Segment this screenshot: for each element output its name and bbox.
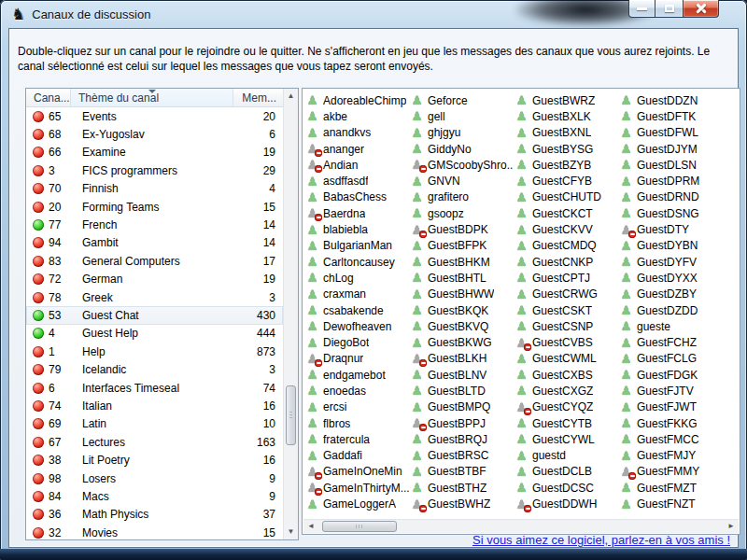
user-item[interactable]: ♟GuestDJYM [620,141,724,157]
user-item[interactable]: ♟GuestBTHZ [411,480,514,496]
user-item[interactable]: ♟gell [411,108,514,124]
user-item[interactable]: ♟grafitero [411,189,514,205]
user-item[interactable]: ♟AdoreableChimp [306,92,410,108]
user-item[interactable]: ♟GuestDFTK [620,108,724,124]
user-item[interactable]: ♟GuestDZDD [620,302,724,318]
user-item[interactable]: ♟GuestBXNL [515,125,619,141]
user-item[interactable]: ♟csabakende [306,302,410,318]
user-item[interactable]: ♟ghjgyu [411,125,514,141]
user-item[interactable]: ♟GuestDCLB [515,464,619,480]
user-item[interactable]: ♟Andian [306,157,410,173]
user-item[interactable]: ♟GameInThirtyM... [306,480,410,496]
user-item[interactable]: ♟Geforce [411,92,514,108]
user-item[interactable]: ♟GiddyNo [411,141,514,157]
user-item[interactable]: ♟GuestBLKH [411,351,514,367]
channel-row[interactable]: 65Events20 [26,107,283,125]
channel-row[interactable]: 38Lit Poetry16 [26,451,283,469]
user-item[interactable]: ♟GuestCVBS [515,334,619,350]
user-item[interactable]: ♟GuestDTY [620,221,724,237]
channel-row[interactable]: 1Help873 [26,343,283,360]
user-item[interactable]: ♟GuestBTBF [411,464,514,480]
user-item[interactable]: ♟GuestFJTV [620,383,724,399]
minimize-button[interactable] [628,0,655,18]
user-item[interactable]: ♟GuestCWML [515,351,619,367]
user-item[interactable]: ♟GuestBXLK [515,108,619,124]
user-item[interactable]: ♟Carltoncausey [306,254,410,270]
channel-row[interactable]: 4Guest Help444 [26,325,283,343]
user-item[interactable]: ♟GuestCNKP [515,254,619,270]
user-item[interactable]: ♟GuestFDGK [620,367,724,383]
user-item[interactable]: ♟GuestBLTD [411,383,514,399]
user-item[interactable]: ♟GuestBLNV [411,367,514,383]
user-item[interactable]: ♟craxman [306,287,410,302]
user-item[interactable]: ♟GuestFJWT [620,399,724,415]
user-item[interactable]: ♟GuestCRWG [515,287,619,302]
user-item[interactable]: ♟flbros [306,415,410,431]
user-item[interactable]: ♟GuestBDPK [411,221,514,237]
user-item[interactable]: ♟GuestCYTB [515,415,619,431]
maximize-button[interactable] [655,0,684,18]
user-item[interactable]: ♟Baerdna [306,205,410,221]
user-item[interactable]: ♟GuestCKVV [515,221,619,237]
channel-row[interactable]: 83General Computers17 [26,252,283,270]
user-item[interactable]: ♟anandkvs [306,125,410,141]
user-item[interactable]: ♟chLog [306,270,410,286]
user-item[interactable]: ♟GuestBMPQ [411,399,514,415]
user-item[interactable]: ♟GuestFKKG [620,415,724,431]
user-item[interactable]: ♟ananger [306,141,410,157]
user-item[interactable]: ♟GuestCFYB [515,173,619,189]
user-item[interactable]: ♟GuestFMJY [620,448,724,464]
user-item[interactable]: ♟Dewofheaven [306,318,410,334]
user-item[interactable]: ♟GuestBRSC [411,448,514,464]
user-item[interactable]: ♟blabiebla [306,221,410,237]
channel-row[interactable]: 74Italian16 [26,397,283,414]
horizontal-scrollbar-thumb[interactable] [322,521,397,532]
user-item[interactable]: ♟GuestDLSN [620,157,724,173]
user-item[interactable]: ♟GuestCYQZ [515,399,619,415]
user-item[interactable]: ♟GuestBWHZ [411,496,514,511]
user-item[interactable]: ♟GuestBYSG [515,141,619,157]
user-item[interactable]: ♟BulgarianMan [306,238,410,254]
user-item[interactable]: ♟GuestFMMY [620,464,724,480]
user-item[interactable]: ♟GuestBHWW [411,287,514,302]
channel-row[interactable]: 6Interfaces Timeseal74 [26,379,283,397]
user-item[interactable]: ♟guestd [515,448,619,464]
channel-row[interactable]: 77French14 [26,216,283,233]
channel-row[interactable]: 70Finnish4 [26,180,283,198]
user-item[interactable]: ♟GuestDRND [620,189,724,205]
user-item[interactable]: ♟GuestBPPJ [411,415,514,431]
scroll-right-arrow-icon[interactable]: ► [724,520,739,533]
user-item[interactable]: ♟GuestBHTL [411,270,514,286]
user-item[interactable]: ♟GuestCPTJ [515,270,619,286]
channel-row[interactable]: 72German19 [26,271,283,288]
user-item[interactable]: ♟GuestFCLG [620,351,724,367]
user-item[interactable]: ♟gsoopz [411,205,514,221]
channel-row[interactable]: 20Forming Teams15 [26,198,283,216]
tell-your-friends-link[interactable]: Si vous aimez ce logiciel, parlez-en à v… [472,533,730,547]
channel-row[interactable]: 68Ex-Yugoslav6 [26,125,283,143]
user-item[interactable]: ♟fratercula [306,431,410,447]
channel-row[interactable]: 78Greek3 [26,288,283,306]
channel-row[interactable]: 84Macs9 [26,487,283,505]
user-item[interactable]: ♟BabasChess [306,189,410,205]
channel-row[interactable]: 36Math Physics37 [26,506,283,524]
user-item[interactable]: ♟GMScoobyShro... [411,157,514,173]
vertical-scrollbar-thumb[interactable] [286,385,296,445]
channel-row[interactable]: 98Losers9 [26,469,283,487]
user-item[interactable]: ♟GameInOneMin [306,464,410,480]
user-item[interactable]: ♟GuestFMZT [620,480,724,496]
user-item[interactable]: ♟GNVN [411,173,514,189]
user-item[interactable]: ♟GuestDSNG [620,205,724,221]
channel-row[interactable]: 79Icelandic3 [26,360,283,378]
channel-row[interactable]: 32Movies15 [26,524,283,539]
channel-row[interactable]: 67Lectures163 [26,433,283,451]
user-item[interactable]: ♟GuestDPRM [620,173,724,189]
users-horizontal-scrollbar[interactable]: ◄ ► [303,519,739,533]
channel-row[interactable]: 3FICS programmers29 [26,161,283,179]
user-item[interactable]: ♟akbe [306,108,410,124]
scroll-left-arrow-icon[interactable]: ◄ [303,520,318,533]
user-item[interactable]: ♟ercsi [306,399,410,415]
user-item[interactable]: ♟Draqnur [306,351,410,367]
user-item[interactable]: ♟GuestBKWG [411,334,514,350]
user-item[interactable]: ♟GameLoggerA [306,496,410,511]
